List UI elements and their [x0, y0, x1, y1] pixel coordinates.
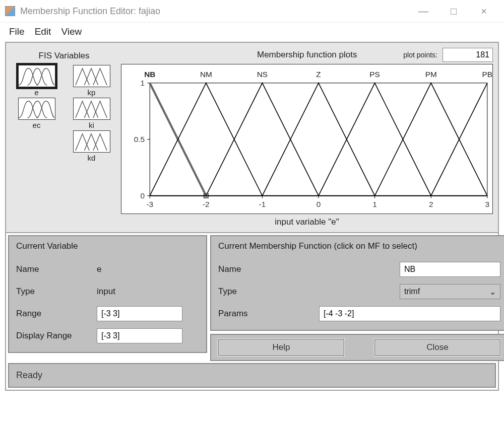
fis-var-label-e: e [18, 88, 55, 97]
lower-panel: Current Variable Name e Type input Range… [6, 233, 498, 363]
maximize-icon[interactable]: □ [449, 6, 459, 17]
fis-variables-title: FIS Variables [11, 51, 117, 61]
cv-type-label: Type [16, 287, 97, 297]
fis-var-label-ec: ec [18, 121, 55, 129]
cv-display-range-label: Display Range [16, 331, 97, 341]
current-variable-panel: Current Variable Name e Type input Range… [8, 235, 207, 353]
menu-file[interactable]: File [9, 26, 25, 37]
svg-text:0: 0 [140, 191, 145, 200]
mf-name-label: Name [218, 264, 319, 274]
close-icon[interactable]: × [479, 6, 489, 17]
plot-area[interactable]: -3-2-1012300.51NBNMNSZPSPMPB [121, 64, 493, 214]
mf-type-select[interactable]: trimf ⌄ [400, 284, 500, 299]
fis-var-ec[interactable] [18, 98, 55, 120]
menu-edit[interactable]: Edit [35, 26, 51, 37]
client-area: FIS Variables ekpeckikd Membership funct… [5, 42, 499, 391]
svg-rect-0 [150, 83, 487, 196]
svg-text:-3: -3 [146, 200, 153, 208]
close-button[interactable]: Close [374, 339, 500, 356]
fis-var-kp[interactable] [73, 65, 110, 87]
fis-var-ki[interactable] [73, 98, 110, 120]
fis-var-label-ki: ki [73, 121, 110, 129]
current-mf-header: Current Membership Function (click on MF… [218, 241, 500, 251]
button-panel: Help Close [210, 334, 504, 361]
fis-var-label-kp: kp [73, 88, 110, 97]
svg-text:1: 1 [140, 79, 145, 87]
svg-text:1: 1 [372, 200, 377, 208]
app-icon [5, 6, 15, 16]
fis-var-label-kd: kd [73, 154, 110, 162]
svg-text:PS: PS [369, 70, 380, 79]
fis-var-kd[interactable] [73, 130, 110, 153]
minimize-icon[interactable]: — [418, 6, 428, 17]
help-button-label: Help [273, 342, 290, 352]
status-text: Ready [16, 370, 42, 380]
cv-name-label: Name [16, 264, 97, 274]
mf-type-value: trimf [404, 287, 420, 296]
cv-display-range-input[interactable] [97, 328, 182, 343]
svg-text:3: 3 [485, 200, 490, 208]
svg-text:-2: -2 [203, 200, 210, 208]
plot-title: Membership function plots [257, 50, 357, 60]
svg-text:PB: PB [482, 70, 492, 79]
help-button[interactable]: Help [218, 339, 344, 356]
close-button-label: Close [426, 342, 448, 352]
cv-range-input[interactable] [97, 306, 182, 321]
cv-name-value: e [97, 264, 101, 274]
svg-text:-1: -1 [259, 200, 266, 208]
window-title: Membership Function Editor: fajiao [20, 6, 418, 17]
svg-text:NS: NS [257, 70, 268, 79]
mf-params-input[interactable] [319, 306, 500, 321]
current-variable-header: Current Variable [16, 241, 199, 251]
upper-panel: FIS Variables ekpeckikd Membership funct… [6, 43, 498, 233]
svg-text:0.5: 0.5 [134, 135, 145, 144]
cv-type-value: input [97, 287, 115, 297]
current-mf-panel: Current Membership Function (click on MF… [210, 235, 504, 331]
svg-text:Z: Z [316, 70, 321, 79]
status-bar: Ready [8, 363, 496, 388]
svg-text:2: 2 [429, 200, 433, 208]
fis-variables-panel: FIS Variables ekpeckikd [11, 48, 117, 227]
svg-text:PM: PM [425, 70, 437, 79]
title-bar: Membership Function Editor: fajiao — □ × [0, 0, 504, 23]
fis-var-e[interactable] [18, 65, 55, 87]
chevron-down-icon: ⌄ [489, 287, 496, 297]
menu-bar: File Edit View [0, 23, 504, 41]
menu-view[interactable]: View [61, 26, 82, 37]
mf-type-label: Type [218, 287, 319, 297]
svg-text:0: 0 [317, 200, 321, 208]
plot-panel: Membership function plots plot points: -… [117, 48, 493, 227]
mf-name-input[interactable] [400, 262, 500, 277]
cv-range-label: Range [16, 309, 97, 319]
svg-text:NB: NB [144, 70, 155, 79]
plot-xlabel: input variable "e" [121, 217, 493, 227]
plot-points-input[interactable] [443, 48, 493, 62]
plot-points-label: plot points: [403, 51, 437, 59]
mf-params-label: Params [218, 309, 319, 319]
svg-text:NM: NM [200, 70, 212, 79]
